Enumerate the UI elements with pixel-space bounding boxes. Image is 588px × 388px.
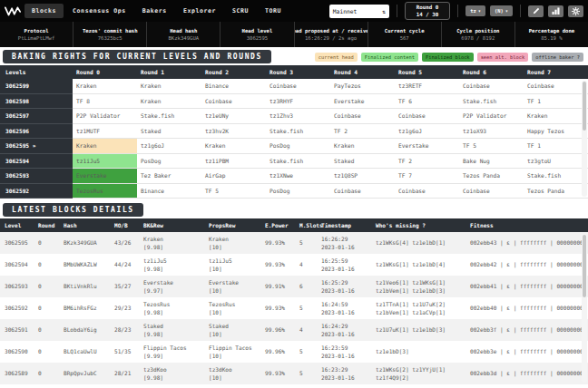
tab-scru[interactable]: SCRU	[225, 4, 256, 18]
baker-cell: Staked	[330, 154, 395, 170]
baker-cell: PosDog	[266, 184, 330, 199]
tab-toru[interactable]: TORU	[258, 4, 289, 18]
divider	[520, 5, 521, 17]
baker-cell: Coinbase	[330, 184, 395, 199]
baker-cell: Coinbase	[330, 109, 395, 124]
pencil-icon	[533, 7, 540, 15]
level-cell: 3062599	[0, 79, 73, 94]
column-header: PropsRew	[207, 222, 263, 228]
block-round: 0	[34, 304, 62, 312]
chart-button[interactable]	[548, 5, 564, 17]
block-hash[interactable]: BRpQpvJubC	[62, 369, 113, 377]
tab-bakers[interactable]: Bakers	[135, 4, 174, 18]
stat-value: BKzk349GUA	[168, 35, 199, 41]
block-baker-reward: Flippin Tacos[9.99]	[142, 344, 207, 361]
block-round: 0	[34, 282, 62, 290]
stat-value: 76325bc5	[98, 35, 122, 41]
table-row[interactable]: 3062594tz1iJu5PosDogtz1iPBMStake.fishSta…	[0, 154, 588, 170]
block-endorsing-power: 99.93%	[263, 369, 298, 377]
legend-seen-alt-block: seen alt. block	[477, 53, 529, 62]
block-baker-reward: Staked[9.98]	[142, 322, 207, 339]
baker-cell: Coinbase	[459, 79, 524, 94]
settings-button[interactable]	[568, 5, 583, 17]
block-fitness: 002ebb40 | ε | ffffffff | 00000000	[468, 304, 588, 312]
block-round: 0	[34, 325, 62, 334]
table-row[interactable]: 30625950BKzk349GUA43/26Kraken[9.98]Krake…	[0, 232, 588, 254]
block-timestamp: 16:23:292023-01-16	[319, 365, 374, 383]
baker-cell: tz3gtoU	[524, 154, 588, 170]
stat-value: 567	[400, 35, 409, 41]
pencil-button[interactable]	[528, 5, 544, 17]
table-row[interactable]: 3062593EverstakeTez BakerAirGaptz1XNwetz…	[0, 169, 588, 184]
table-row[interactable]: 3062592TezosRusBinanceTF 5PosDogCoinbase…	[0, 184, 588, 199]
table-row[interactable]: 3062596tz1MUTFStakedtz3hv2KStake.fishTF …	[0, 124, 588, 140]
block-hash[interactable]: BKzk349GUA	[62, 238, 113, 247]
column-header: Round 7	[524, 69, 588, 75]
baker-cell: Stake.fish	[459, 94, 524, 110]
baker-cell: tz1oX93	[459, 124, 524, 140]
baker-cell: TF 6	[395, 94, 459, 110]
network-select[interactable]: Mainnet ⇅	[329, 5, 389, 18]
scrollbar-thumb[interactable]	[583, 235, 586, 297]
name-display-dropdown[interactable]: (N) ▾	[490, 5, 513, 16]
block-timestamp: 16:25:292023-01-16	[319, 278, 374, 296]
block-hash[interactable]: BLobdaY6ig	[62, 325, 113, 334]
baker-cell: tz1g6oJ	[395, 124, 459, 140]
block-hash[interactable]: BKtiVnkRlu	[62, 282, 113, 290]
block-endorsing-power: 99.93%	[263, 260, 298, 268]
table-row[interactable]: 3062595 »Krakentz1g6oJKrakenPosDogKraken…	[0, 139, 588, 154]
block-props-reward: tz1iJu5[10]	[207, 257, 263, 274]
block-baker-reward: tz1iJu5[9.98]	[142, 257, 207, 274]
block-round: 0	[34, 347, 62, 355]
latest-blocks-title: LATEST BLOCKS DETAILS	[3, 203, 143, 217]
nav-right-controls: Mainnet ⇅ Round 0 14 / 30 tz ▾ (N) ▾	[329, 2, 583, 21]
column-header: Round 2	[201, 69, 266, 75]
legend-current-head: current head	[315, 53, 358, 62]
address-format-dropdown[interactable]: tz ▾	[466, 5, 485, 16]
table-row[interactable]: 30625890BRpQpvJubC28/21tz3dKoo[9.98]tz3d…	[0, 363, 588, 384]
level-cell: 3062596	[0, 124, 73, 140]
baker-cell: tz3RETF	[395, 79, 459, 94]
stat-value: 3062595	[247, 35, 269, 41]
name-display-label: (N)	[495, 8, 504, 14]
level-cell: 3062597	[0, 109, 73, 124]
column-header: Round 4	[330, 69, 395, 75]
baker-cell: Stake.fish	[266, 154, 330, 170]
stat-protocol: ProtocolPtLimaPtLMwf	[0, 22, 73, 47]
table-row[interactable]: 3062598TF 8KrakenCoinbasetz3RHYFEverstak…	[0, 94, 588, 110]
blocks-table-scrollbar[interactable]	[582, 234, 587, 383]
scrollbar-thumb[interactable]	[583, 82, 586, 131]
block-level: 3062591	[0, 325, 34, 334]
table-row[interactable]: 30625930BKtiVnkRlu35/27Everstake[9.97]Ev…	[0, 276, 588, 297]
nav-tabs: BlocksConsensus OpsBakersExplorerSCRUTOR…	[24, 4, 289, 18]
tab-explorer[interactable]: Explorer	[176, 4, 223, 18]
table-row[interactable]: 30625940BMbUWKAZLW44/24tz1iJu5[9.98]tz1i…	[0, 254, 588, 276]
stat-value: PtLimaPtLMwf	[18, 35, 54, 41]
table-row[interactable]: 30625900BLQ1caUwlU51/35Flippin Tacos[9.9…	[0, 341, 588, 363]
block-timestamp: 16:25:592023-01-16	[319, 257, 374, 274]
table-row[interactable]: 3062599KrakenKrakenBinanceCoinbasePayTez…	[0, 79, 588, 94]
block-endorsing-power: 99.93%	[263, 238, 298, 247]
block-hash[interactable]: BMbUWKAZLW	[62, 260, 113, 268]
stat-label: Head proposed at / received	[294, 28, 368, 34]
table-row[interactable]: 30625910BLobdaY6ig28/23Staked[9.98]Stake…	[0, 319, 588, 341]
column-header: Hash	[62, 222, 113, 228]
stat-value: 16:26:29 / 2s ago	[305, 35, 357, 41]
block-missing-bakers: tz1U7uK[1] tz1e1bD[3]	[374, 325, 468, 334]
stat-label: Cycle position	[456, 28, 499, 34]
table-row[interactable]: 3062597P2P ValidatorStake.fishtz1eUNytz1…	[0, 109, 588, 124]
block-missing-bakers: tz1TTnA[1] tz1U7uK[2]tz1bVem[1] tz1aCVp[…	[374, 300, 468, 317]
column-header: BK&Rew	[142, 222, 207, 228]
column-header: Level	[0, 222, 34, 228]
stat-value: 85.19 %	[541, 35, 563, 41]
block-hash[interactable]: BM6ihRsFGz	[62, 304, 113, 312]
block-baker-reward: TezosRus[9.98]	[142, 300, 207, 317]
baking-table-scrollbar[interactable]	[582, 81, 587, 197]
block-hash[interactable]: BLQ1caUwlU	[62, 347, 113, 355]
latest-blocks-section-header: LATEST BLOCKS DETAILS	[0, 200, 588, 218]
block-missed-slots: 5	[298, 238, 319, 247]
stat-label: Tezos' commit hash	[83, 28, 138, 34]
tab-consensus-ops[interactable]: Consensus Ops	[65, 4, 133, 18]
table-row[interactable]: 30625920BM6ihRsFGz29/23TezosRus[9.98]Tez…	[0, 297, 588, 319]
tab-blocks[interactable]: Blocks	[24, 4, 64, 18]
